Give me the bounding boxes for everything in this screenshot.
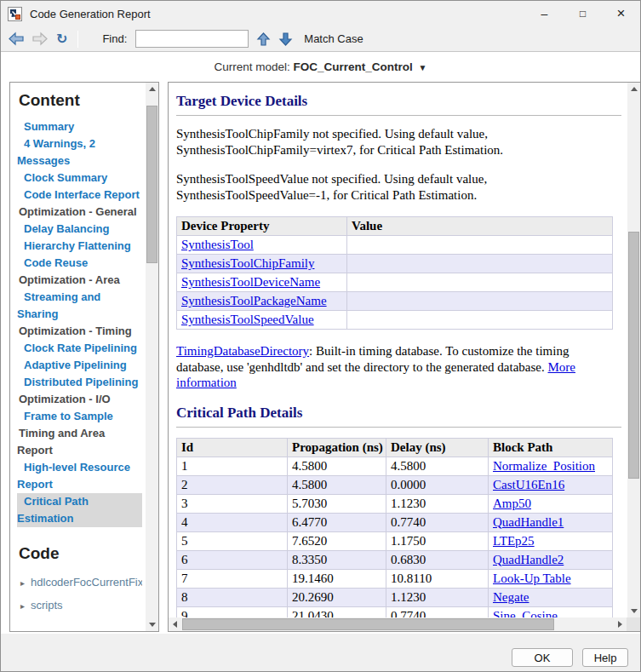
sidebar-item-clock-rate-pipelining[interactable]: Clock Rate Pipelining: [17, 340, 142, 357]
current-model-name[interactable]: FOC_Current_Control: [294, 60, 413, 73]
sidebar-item-frame-to-sample[interactable]: Frame to Sample: [17, 408, 142, 425]
block-path-link[interactable]: QuadHandle1: [493, 515, 564, 529]
scroll-up-icon[interactable]: [627, 83, 640, 95]
help-button[interactable]: Help: [582, 648, 628, 667]
close-button[interactable]: ×: [602, 1, 640, 26]
code-tree-item-scripts[interactable]: ▸scripts: [17, 594, 142, 617]
speed-value-link[interactable]: SynthesisToolSpeedValue: [181, 313, 314, 326]
id-cell: 5: [177, 531, 288, 550]
code-tree-item-label[interactable]: scripts: [31, 599, 63, 612]
sidebar-item-delay-balancing[interactable]: Delay Balancing: [17, 221, 142, 238]
block-path-link[interactable]: Negate: [493, 590, 529, 604]
id-cell: 9: [177, 606, 288, 617]
device-property-table: Device Property Value SynthesisTool Synt…: [176, 216, 613, 330]
sidebar-item-streaming-and-sharing[interactable]: Streaming and Sharing: [17, 289, 142, 323]
sidebar-scrollbar-thumb[interactable]: [146, 106, 157, 263]
block-path-link[interactable]: QuadHandle2: [493, 553, 564, 566]
table-row: SynthesisToolDeviceName: [177, 273, 613, 292]
block-path-link[interactable]: LTEp25: [493, 534, 535, 548]
scroll-right-icon[interactable]: [614, 617, 627, 631]
propagation-cell: 20.2690: [288, 588, 386, 606]
maximize-button[interactable]: □: [564, 1, 602, 26]
chip-family-link[interactable]: SynthesisToolChipFamily: [181, 256, 314, 270]
block-path-link[interactable]: Amp50: [493, 497, 531, 510]
code-generation-report-window: Code Generation Report – □ × ↻ Find: Mat…: [0, 0, 641, 672]
value-cell: [347, 273, 613, 292]
id-cell: 3: [177, 494, 288, 513]
value-header: Value: [347, 217, 613, 236]
ok-button[interactable]: OK: [512, 648, 573, 667]
report-vertical-scrollbar[interactable]: [627, 83, 640, 617]
minimize-button[interactable]: –: [525, 1, 564, 26]
value-cell: [347, 255, 613, 273]
scroll-left-icon[interactable]: [169, 617, 181, 631]
sidebar-item-critical-path-estimation[interactable]: Critical Path Estimation: [17, 493, 142, 527]
block-path-link[interactable]: Sine_Cosine: [493, 609, 558, 618]
block-path-link[interactable]: Look-Up Table: [493, 571, 571, 585]
scroll-down-icon[interactable]: [627, 605, 640, 617]
scrollbar-corner: [627, 617, 640, 631]
window-controls: – □ ×: [525, 1, 640, 26]
propagation-cell: 21.0430: [288, 606, 386, 617]
delay-cell: 0.0000: [386, 475, 489, 494]
sidebar-item-summary[interactable]: Summary: [17, 118, 142, 135]
device-name-link[interactable]: SynthesisToolDeviceName: [181, 275, 320, 289]
timing-database-directory-link[interactable]: TimingDatabaseDirectory: [176, 344, 309, 358]
critical-path-details-heading: Critical Path Details: [176, 405, 621, 422]
sidebar-item-warnings-messages[interactable]: 4 Warnings, 2 Messages: [17, 135, 142, 169]
report-horizontal-scrollbar[interactable]: [169, 617, 627, 631]
tree-expand-icon[interactable]: ▸: [20, 601, 25, 611]
block-path-link[interactable]: Normalize_Position: [493, 459, 595, 473]
propagation-cell: 19.1460: [288, 569, 386, 588]
scroll-up-icon[interactable]: [146, 83, 158, 95]
refresh-icon[interactable]: ↻: [56, 32, 67, 46]
id-cell: 2: [177, 475, 288, 494]
id-cell: 6: [177, 550, 288, 569]
value-cell: [347, 311, 613, 330]
sidebar-item-high-level-resource-report[interactable]: High-level Resource Report: [17, 459, 142, 493]
id-header: Id: [177, 438, 288, 457]
sidebar-scroll-view: Content Summary 4 Warnings, 2 Messages C…: [10, 83, 146, 631]
back-arrow-icon[interactable]: [8, 32, 25, 46]
speed-value-note: SynthesisToolSpeedValue not specified. U…: [176, 171, 614, 203]
navigation-toolbar: ↻ Find: Match Case: [1, 26, 640, 52]
window-title: Code Generation Report: [30, 8, 151, 20]
sidebar-vertical-scrollbar[interactable]: [146, 83, 158, 631]
value-cell: [347, 236, 613, 255]
table-row: SynthesisToolPackageName: [177, 292, 613, 311]
code-tree: ▸hdlcoderFocCurrentFixpt ▸scripts: [17, 571, 142, 617]
sidebar-section-optimization-area: Optimization - Area: [17, 272, 142, 289]
match-case-toggle[interactable]: Match Case: [304, 32, 363, 45]
scroll-down-icon[interactable]: [146, 618, 158, 631]
sidebar-item-adaptive-pipelining[interactable]: Adaptive Pipelining: [17, 357, 142, 374]
delay-cell: 1.1230: [386, 588, 489, 606]
report-hscrollbar-thumb[interactable]: [182, 618, 554, 630]
sidebar-item-hierarchy-flattening[interactable]: Hierarchy Flattening: [17, 238, 142, 255]
delay-cell: 1.1230: [386, 494, 489, 513]
table-row: 1 4.5800 4.5800 Normalize_Position: [177, 457, 613, 475]
block-path-link[interactable]: CastU16En16: [493, 478, 564, 491]
sidebar-item-distributed-pipelining[interactable]: Distributed Pipelining: [17, 374, 142, 391]
code-tree-item-hdlcoder[interactable]: ▸hdlcoderFocCurrentFixpt: [17, 571, 142, 594]
content-sidebar: Content Summary 4 Warnings, 2 Messages C…: [9, 82, 159, 632]
value-cell: [347, 292, 613, 311]
find-input[interactable]: [135, 30, 249, 48]
sidebar-item-clock-summary[interactable]: Clock Summary: [17, 169, 142, 187]
content-nav-list: Summary 4 Warnings, 2 Messages Clock Sum…: [17, 118, 142, 527]
report-scrollbar-thumb[interactable]: [628, 232, 639, 479]
device-property-header: Device Property: [177, 217, 347, 236]
tree-expand-icon[interactable]: ▸: [20, 578, 25, 588]
content-heading: Content: [19, 91, 142, 110]
sidebar-item-code-interface-report[interactable]: Code Interface Report: [17, 187, 142, 204]
find-previous-icon[interactable]: [256, 32, 271, 47]
heading-rule: [176, 115, 621, 116]
sidebar-item-code-reuse[interactable]: Code Reuse: [17, 255, 142, 272]
package-name-link[interactable]: SynthesisToolPackageName: [181, 294, 327, 307]
code-tree-item-label[interactable]: hdlcoderFocCurrentFixpt: [31, 576, 142, 589]
delay-cell: 4.5800: [386, 457, 489, 475]
find-next-icon[interactable]: [278, 32, 293, 47]
synthesis-tool-link[interactable]: SynthesisTool: [181, 238, 254, 251]
report-main-panel: Target Device Details SynthesisToolChipF…: [168, 82, 641, 632]
model-dropdown-caret-icon[interactable]: ▼: [419, 63, 427, 72]
forward-arrow-icon[interactable]: [31, 32, 49, 46]
